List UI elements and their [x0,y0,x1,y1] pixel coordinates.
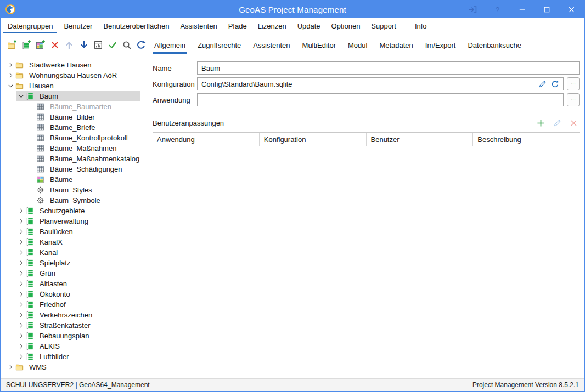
tree-item-b-ume-baumarten[interactable]: Bäume_Baumarten [26,101,140,112]
column-header-konfiguration[interactable]: Konfiguration [260,133,367,146]
tree-item-baum-styles[interactable]: Baum_Styles [26,185,140,195]
chevron-right-icon[interactable] [5,61,15,70]
anwendung-input[interactable] [198,94,563,106]
menu-item-datengruppen[interactable]: Datengruppen [2,18,58,34]
delete-button[interactable] [49,38,61,52]
menu-item-assistenten[interactable]: Assistenten [175,18,222,34]
tree-item-stadtwerke-hausen[interactable]: Stadtwerke Hausen [5,60,140,70]
menu-item-update[interactable]: Update [292,18,326,34]
edit-customization-button[interactable] [553,118,562,128]
reload-konfiguration-icon[interactable] [551,80,559,88]
tree-item-kokonto[interactable]: Ökokonto [16,289,140,299]
tree-item-stra-enkataster[interactable]: Straßenkataster [16,320,140,331]
column-header-anwendung[interactable]: Anwendung [153,133,260,146]
tree-item-b-ume-bilder[interactable]: Bäume_Bilder [26,112,140,122]
tree-item-planverwaltung[interactable]: Planverwaltung [16,216,140,226]
tab-assistenten[interactable]: Assistenten [247,34,296,56]
tree-item-spielplatz[interactable]: Spielplatz [16,258,140,268]
login-button[interactable] [460,1,485,18]
move-up-button[interactable] [63,38,75,52]
tab-modul[interactable]: Modul [342,34,373,56]
new-view-button[interactable] [35,38,47,52]
move-down-button[interactable] [77,38,89,52]
chevron-right-icon[interactable] [16,290,26,299]
chevron-right-icon[interactable] [16,269,26,278]
anwendung-browse-button[interactable]: ... [567,93,580,106]
chevron-right-icon[interactable] [16,300,26,309]
chevron-right-icon[interactable] [16,332,26,340]
tree-item-hausen[interactable]: Hausen [5,81,140,91]
tab-allgemein[interactable]: Allgemein [148,34,192,56]
tree-item-verkehrszeichen[interactable]: Verkehrszeichen [16,310,140,320]
chevron-right-icon[interactable] [16,259,26,268]
new-view-icon [36,40,46,50]
tree-item-gr-n[interactable]: Grün [16,268,140,279]
tab-im-export[interactable]: Im/Export [419,34,462,56]
edit-konfiguration-icon[interactable] [538,80,547,88]
tree-item-b-ume-sch-digungen[interactable]: Bäume_Schädigungen [26,164,140,174]
chevron-right-icon[interactable] [16,280,26,288]
chevron-right-icon[interactable] [16,321,26,330]
tree-item-wohnungsbau-hausen-a-r[interactable]: Wohnungsbau Hausen AöR [5,70,140,81]
tab-datenbanksuche[interactable]: Datenbanksuche [462,34,527,56]
search-button[interactable] [121,38,133,52]
chevron-right-icon[interactable] [5,363,15,372]
menu-item-benutzer[interactable]: Benutzer [58,18,98,34]
menu-item-optionen[interactable]: Optionen [326,18,366,34]
menu-item-lizenzen[interactable]: Lizenzen [252,18,292,34]
menu-item-benutzeroberfl-chen[interactable]: Benutzeroberflächen [98,18,175,34]
tree-item-baum-symbole[interactable]: Baum_Symbole [26,195,140,206]
maximize-button[interactable] [535,1,559,18]
column-header-benutzer[interactable]: Benutzer [367,133,474,146]
minimize-button[interactable] [510,1,535,18]
tree-item-kanalx[interactable]: KanalX [16,237,140,247]
column-header-beschreibung[interactable]: Beschreibung [473,133,580,146]
close-button[interactable] [559,1,584,18]
help-button[interactable]: ? [485,1,510,18]
chevron-right-icon[interactable] [5,71,15,80]
tree-item-baul-cken[interactable]: Baulücken [16,226,140,237]
report-button[interactable] [92,38,104,52]
menu-item-info[interactable]: Info [409,18,432,34]
refresh-button[interactable] [135,38,147,52]
tree-item-altlasten[interactable]: Altlasten [16,279,140,289]
tree-item-b-ume-kontrollprotokoll[interactable]: Bäume_Kontrollprotokoll [26,133,140,143]
tree-item-b-ume-ma-nahmen[interactable]: Bäume_Maßnahmen [26,143,140,154]
chevron-right-icon[interactable] [16,207,26,215]
tree-item-b-ume-ma-nahmenkatalog[interactable]: Bäume_Maßnahmenkatalog [26,154,140,164]
konfiguration-input[interactable] [198,78,538,90]
new-datagroup-button[interactable] [20,38,32,52]
apply-button[interactable] [106,38,119,52]
chevron-down-icon[interactable] [5,82,15,90]
chevron-right-icon[interactable] [16,353,26,361]
name-input[interactable] [198,62,579,74]
anwendung-label: Anwendung [153,96,197,104]
chevron-right-icon[interactable] [16,342,26,351]
tree-item-friedhof[interactable]: Friedhof [16,299,140,310]
tab-multieditor[interactable]: MultiEditor [296,34,342,56]
chevron-right-icon[interactable] [16,248,26,257]
add-customization-button[interactable] [536,118,545,128]
tree-item-kanal[interactable]: Kanal [16,247,140,258]
tree-item-baum[interactable]: Baum [16,91,140,101]
menu-item-pfade[interactable]: Pfade [223,18,252,34]
tree-item-b-ume-briefe[interactable]: Bäume_Briefe [26,122,140,133]
chevron-right-icon[interactable] [16,238,26,247]
menu-item-support[interactable]: Support [365,18,402,34]
tree-item-b-ume[interactable]: Bäume [26,174,140,185]
tree-item-schutzgebiete[interactable]: Schutzgebiete [16,206,140,216]
tab-metadaten[interactable]: Metadaten [373,34,419,56]
tree-item-label: Bebauungsplan [38,331,91,340]
chevron-right-icon[interactable] [16,217,26,226]
tree-item-luftbilder[interactable]: Luftbilder [16,351,140,362]
chevron-down-icon[interactable] [16,92,26,101]
tree-item-wms[interactable]: WMS [5,362,140,372]
chevron-right-icon[interactable] [16,311,26,320]
tree-item-alkis[interactable]: ALKIS [16,341,140,351]
konfiguration-browse-button[interactable]: ... [567,77,580,90]
delete-customization-button[interactable] [569,118,578,128]
chevron-right-icon[interactable] [16,228,26,236]
tree-item-bebauungsplan[interactable]: Bebauungsplan [16,331,140,341]
new-folder-button[interactable] [6,38,18,52]
tab-zugriffsrechte[interactable]: Zugriffsrechte [192,34,247,56]
